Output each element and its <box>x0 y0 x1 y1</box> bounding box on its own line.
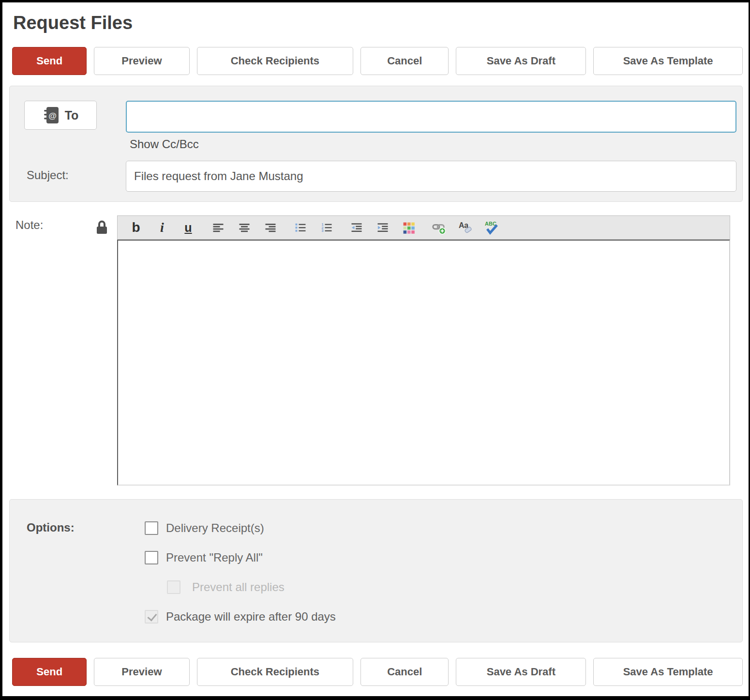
toolbar-group-lists: 1 2 3 <box>293 220 334 235</box>
check-recipients-button-bottom[interactable]: Check Recipients <box>197 658 354 686</box>
check-recipients-button[interactable]: Check Recipients <box>197 47 354 75</box>
bottom-action-bar: Send Preview Check Recipients Cancel Sav… <box>12 658 743 686</box>
options-panel: Options: Delivery Receipt(s) Prevent "Re… <box>9 499 743 642</box>
send-button[interactable]: Send <box>12 47 87 75</box>
lock-icon <box>95 219 108 235</box>
to-input-cell <box>126 101 736 133</box>
page-title: Request Files <box>13 11 743 34</box>
note-editor-textarea[interactable] <box>117 240 730 486</box>
toolbar-group-text-style: b i u <box>128 220 196 235</box>
prevent-reply-all-checkbox[interactable] <box>145 551 158 564</box>
insert-link-icon[interactable] <box>431 220 447 235</box>
address-book-icon: @ <box>43 106 60 124</box>
prevent-all-replies-checkbox <box>167 580 180 594</box>
svg-text:@: @ <box>48 111 57 121</box>
preview-button-bottom[interactable]: Preview <box>94 658 189 686</box>
toolbar-group-tools: Aa ABC <box>431 220 499 235</box>
option-prevent-reply-all: Prevent "Reply All" <box>145 550 736 565</box>
note-editor-column: b i u <box>117 215 730 486</box>
subject-input[interactable] <box>126 161 736 192</box>
top-action-bar: Send Preview Check Recipients Cancel Sav… <box>12 47 743 75</box>
svg-text:ABC: ABC <box>485 221 496 227</box>
to-address-book-button[interactable]: @ To <box>24 101 97 130</box>
note-left-column: Note: <box>9 215 117 486</box>
remove-format-icon[interactable]: Aa <box>457 220 473 235</box>
subject-label: Subject: <box>24 168 126 192</box>
request-files-page: Request Files Send Preview Check Recipie… <box>0 0 750 700</box>
align-left-icon[interactable] <box>210 220 226 235</box>
to-button-label: To <box>65 108 79 122</box>
to-button-cell: @ To <box>24 101 126 133</box>
svg-text:3: 3 <box>322 228 324 233</box>
save-as-template-button[interactable]: Save As Template <box>593 47 743 75</box>
note-editor-toolbar: b i u <box>117 215 730 240</box>
toolbar-group-indent-color <box>349 220 417 235</box>
delivery-receipts-label: Delivery Receipt(s) <box>166 521 264 535</box>
outdent-icon[interactable] <box>349 220 364 235</box>
recipients-panel: @ To Show Cc/Bcc Subject: <box>9 86 743 202</box>
cancel-button[interactable]: Cancel <box>360 47 449 75</box>
delivery-receipts-checkbox[interactable] <box>145 521 158 535</box>
align-center-icon[interactable] <box>237 220 252 235</box>
options-label: Options: <box>27 521 145 642</box>
send-button-bottom[interactable]: Send <box>12 658 87 686</box>
prevent-all-replies-label: Prevent all replies <box>192 580 285 594</box>
indent-icon[interactable] <box>375 220 390 235</box>
save-as-draft-button-bottom[interactable]: Save As Draft <box>456 658 586 686</box>
option-prevent-all-replies: Prevent all replies <box>167 580 736 594</box>
show-cc-bcc-link[interactable]: Show Cc/Bcc <box>130 137 199 151</box>
align-right-icon[interactable] <box>263 220 278 235</box>
option-delivery-receipts: Delivery Receipt(s) <box>145 521 736 535</box>
ordered-list-icon[interactable]: 1 2 3 <box>319 220 334 235</box>
preview-button[interactable]: Preview <box>94 47 189 75</box>
package-expiry-label: Package will expire after 90 days <box>166 610 336 624</box>
italic-icon[interactable]: i <box>154 220 170 235</box>
save-as-template-button-bottom[interactable]: Save As Template <box>593 658 743 686</box>
package-expiry-checkbox <box>145 610 158 624</box>
save-as-draft-button[interactable]: Save As Draft <box>456 47 586 75</box>
to-input[interactable] <box>126 101 736 133</box>
prevent-reply-all-label: Prevent "Reply All" <box>166 551 263 564</box>
spellcheck-icon[interactable]: ABC <box>483 220 499 235</box>
toolbar-group-align <box>210 220 278 235</box>
note-label: Note: <box>15 218 43 232</box>
color-palette-icon[interactable] <box>401 220 417 235</box>
bold-icon[interactable]: b <box>128 220 144 235</box>
underline-icon[interactable]: u <box>180 220 196 235</box>
note-section: Note: b i u <box>9 215 743 486</box>
cancel-button-bottom[interactable]: Cancel <box>360 658 449 686</box>
option-package-expiry: Package will expire after 90 days <box>145 609 736 624</box>
options-list: Delivery Receipt(s) Prevent "Reply All" … <box>145 521 736 642</box>
unordered-list-icon[interactable] <box>293 220 308 235</box>
